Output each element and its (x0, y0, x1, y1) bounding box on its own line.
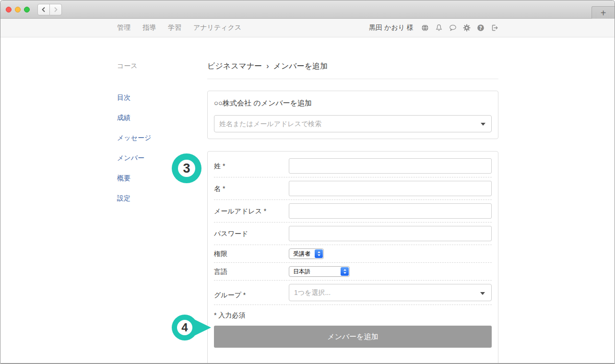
settings-gear-icon[interactable] (463, 24, 471, 32)
sidebar-item-messages[interactable]: メッセージ (117, 134, 196, 142)
page-content: コース 目次 成績 メッセージ メンバー 概要 設定 ビジネスマナー›メンバーを… (0, 37, 615, 364)
annotation-step-3: 3 (172, 153, 201, 183)
title-divider (207, 79, 498, 79)
sidebar-item-grades[interactable]: 成績 (117, 114, 196, 122)
form-row-group: グループ * 1つを選択... (214, 281, 492, 305)
breadcrumb-page: メンバーを追加 (273, 62, 328, 70)
member-search-input[interactable] (214, 115, 492, 132)
dropdown-caret-icon (480, 292, 485, 295)
firstname-label: 名 * (214, 181, 289, 196)
group-dropdown-placeholder: 1つを選択... (289, 284, 491, 301)
firstname-field[interactable] (289, 181, 492, 196)
minimize-window-button[interactable] (15, 7, 21, 12)
select-stepper-icon (315, 249, 323, 258)
form-row-email: メールアドレス * (214, 200, 492, 223)
form-row-firstname: 名 * (214, 177, 492, 200)
window-controls (6, 7, 30, 12)
group-dropdown[interactable]: 1つを選択... (289, 284, 492, 301)
group-label: グループ * (214, 284, 289, 301)
breadcrumb-course[interactable]: ビジネスマナー (207, 62, 262, 70)
help-icon[interactable]: ? (477, 24, 485, 32)
breadcrumb: ビジネスマナー›メンバーを追加 (207, 37, 498, 71)
sidebar-item-contents[interactable]: 目次 (117, 94, 196, 102)
search-panel-heading: ○○株式会社 のメンバーを追加 (214, 99, 492, 108)
close-window-button[interactable] (6, 7, 12, 12)
nav-link-analytics[interactable]: アナリティクス (193, 23, 241, 32)
back-button[interactable] (37, 4, 50, 15)
email-field[interactable] (289, 203, 492, 219)
browser-window: + 管理 指導 学習 アナリティクス 黒田 かおり 様 (0, 0, 615, 364)
role-label: 権限 (214, 248, 289, 259)
select-stepper-icon (341, 267, 349, 276)
history-buttons (37, 4, 62, 15)
form-row-password: パスワード (214, 223, 492, 245)
forward-button[interactable] (49, 4, 62, 15)
new-tab-button[interactable]: + (591, 6, 615, 19)
sidebar-title: コース (117, 62, 196, 70)
new-member-form-panel: 姓 * 名 * メールアドレス * パスワード (207, 151, 498, 364)
annotation-step-4: 4 (172, 315, 198, 341)
password-label: パスワード (214, 226, 289, 241)
password-field[interactable] (289, 226, 492, 241)
messages-chat-icon[interactable] (449, 24, 457, 32)
form-row-lastname: 姓 * (214, 152, 492, 177)
breadcrumb-separator: › (266, 62, 269, 70)
lastname-field[interactable] (289, 158, 492, 174)
nav-link-learner[interactable]: 学習 (168, 23, 181, 32)
role-select-value: 受講者 (289, 249, 314, 258)
form-row-language: 言語 日本語 (214, 263, 492, 281)
logout-icon[interactable] (491, 24, 498, 32)
add-member-button[interactable]: メンバーを追加 (214, 326, 492, 348)
course-sidebar: コース 目次 成績 メッセージ メンバー 概要 設定 (117, 62, 196, 214)
email-label: メールアドレス * (214, 203, 289, 219)
dropdown-caret-icon (481, 123, 485, 126)
zoom-window-button[interactable] (24, 7, 30, 12)
nav-link-admin[interactable]: 管理 (117, 23, 130, 32)
lastname-label: 姓 * (214, 158, 289, 174)
language-select[interactable]: 日本語 (289, 266, 350, 277)
user-toolbar: 黒田 かおり 様 ? (369, 23, 498, 32)
role-select[interactable]: 受講者 (289, 248, 324, 259)
chevron-right-icon (53, 7, 58, 12)
user-name[interactable]: 黒田 かおり 様 (369, 23, 414, 32)
add-member-search-panel: ○○株式会社 のメンバーを追加 (207, 91, 498, 139)
primary-nav: 管理 指導 学習 アナリティクス (117, 23, 241, 32)
annotation-step-4-number: 4 (177, 320, 192, 335)
globe-icon[interactable] (421, 24, 429, 32)
sidebar-item-settings[interactable]: 設定 (117, 194, 196, 203)
notifications-bell-icon[interactable] (435, 24, 443, 32)
svg-text:?: ? (479, 25, 482, 31)
nav-link-instructor[interactable]: 指導 (142, 23, 156, 32)
language-label: 言語 (214, 266, 289, 277)
app-navbar: 管理 指導 学習 アナリティクス 黒田 かおり 様 (0, 19, 615, 37)
member-search-box (214, 115, 492, 132)
main-column: ビジネスマナー›メンバーを追加 ○○株式会社 のメンバーを追加 姓 * (207, 37, 498, 364)
form-row-role: 権限 受講者 (214, 245, 492, 263)
required-note: * 入力必須 (214, 305, 492, 326)
annotation-step-3-number: 3 (178, 160, 195, 177)
language-select-value: 日本語 (289, 267, 314, 276)
chevron-left-icon (41, 7, 46, 12)
titlebar: + (0, 0, 615, 19)
